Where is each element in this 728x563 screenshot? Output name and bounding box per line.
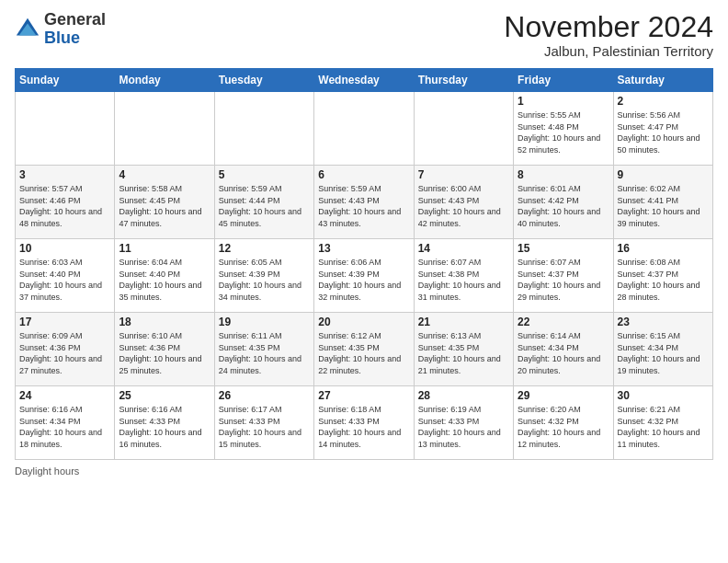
calendar-header: Sunday Monday Tuesday Wednesday Thursday… <box>16 69 713 92</box>
day-info: Sunrise: 6:04 AM Sunset: 4:40 PM Dayligh… <box>119 257 210 303</box>
calendar-week-0: 1Sunrise: 5:55 AM Sunset: 4:48 PM Daylig… <box>16 92 713 166</box>
calendar-cell: 30Sunrise: 6:21 AM Sunset: 4:32 PM Dayli… <box>613 386 712 460</box>
day-number: 23 <box>618 316 709 328</box>
day-info: Sunrise: 6:17 AM Sunset: 4:33 PM Dayligh… <box>219 404 310 450</box>
day-number: 20 <box>318 316 409 328</box>
day-info: Sunrise: 6:05 AM Sunset: 4:39 PM Dayligh… <box>219 257 310 303</box>
day-number: 4 <box>119 168 210 181</box>
header-wednesday: Wednesday <box>314 69 414 92</box>
calendar-cell: 18Sunrise: 6:10 AM Sunset: 4:36 PM Dayli… <box>115 313 214 386</box>
day-info: Sunrise: 5:59 AM Sunset: 4:44 PM Dayligh… <box>219 183 310 229</box>
day-info: Sunrise: 6:07 AM Sunset: 4:37 PM Dayligh… <box>518 257 609 303</box>
day-number: 1 <box>518 95 609 108</box>
calendar-cell: 23Sunrise: 6:15 AM Sunset: 4:34 PM Dayli… <box>613 313 712 386</box>
day-info: Sunrise: 6:03 AM Sunset: 4:40 PM Dayligh… <box>19 257 110 303</box>
day-number: 28 <box>418 389 509 402</box>
day-number: 5 <box>219 168 310 181</box>
title-block: November 2024 Jalbun, Palestinian Territ… <box>504 11 713 59</box>
day-info: Sunrise: 6:18 AM Sunset: 4:33 PM Dayligh… <box>318 404 409 450</box>
calendar-page: General Blue November 2024 Jalbun, Pales… <box>0 0 728 563</box>
logo-blue: Blue <box>44 29 106 48</box>
day-info: Sunrise: 5:59 AM Sunset: 4:43 PM Dayligh… <box>318 183 409 229</box>
day-info: Sunrise: 6:10 AM Sunset: 4:36 PM Dayligh… <box>119 330 210 376</box>
calendar-week-2: 10Sunrise: 6:03 AM Sunset: 4:40 PM Dayli… <box>16 239 713 313</box>
day-number: 14 <box>418 242 509 255</box>
calendar-cell: 25Sunrise: 6:16 AM Sunset: 4:33 PM Dayli… <box>115 386 214 460</box>
day-number: 8 <box>518 168 609 181</box>
calendar-cell: 24Sunrise: 6:16 AM Sunset: 4:34 PM Dayli… <box>16 386 115 460</box>
day-info: Sunrise: 6:16 AM Sunset: 4:33 PM Dayligh… <box>119 404 210 450</box>
header-monday: Monday <box>115 69 214 92</box>
calendar-cell: 8Sunrise: 6:01 AM Sunset: 4:42 PM Daylig… <box>514 166 613 239</box>
calendar-body: 1Sunrise: 5:55 AM Sunset: 4:48 PM Daylig… <box>16 92 713 460</box>
day-info: Sunrise: 6:13 AM Sunset: 4:35 PM Dayligh… <box>418 330 509 376</box>
day-info: Sunrise: 6:11 AM Sunset: 4:35 PM Dayligh… <box>219 330 310 376</box>
calendar-cell: 19Sunrise: 6:11 AM Sunset: 4:35 PM Dayli… <box>214 313 313 386</box>
calendar-cell: 11Sunrise: 6:04 AM Sunset: 4:40 PM Dayli… <box>115 239 214 313</box>
calendar-cell: 16Sunrise: 6:08 AM Sunset: 4:37 PM Dayli… <box>613 239 712 313</box>
day-info: Sunrise: 6:21 AM Sunset: 4:32 PM Dayligh… <box>618 404 709 450</box>
calendar-cell: 27Sunrise: 6:18 AM Sunset: 4:33 PM Dayli… <box>314 386 414 460</box>
calendar-title: November 2024 <box>504 11 713 43</box>
header-saturday: Saturday <box>613 69 712 92</box>
calendar-cell: 7Sunrise: 6:00 AM Sunset: 4:43 PM Daylig… <box>414 166 513 239</box>
day-info: Sunrise: 6:02 AM Sunset: 4:41 PM Dayligh… <box>618 183 709 229</box>
day-number: 29 <box>518 389 609 402</box>
calendar-week-3: 17Sunrise: 6:09 AM Sunset: 4:36 PM Dayli… <box>16 313 713 386</box>
daylight-label: Daylight hours <box>15 465 79 477</box>
calendar-cell: 6Sunrise: 5:59 AM Sunset: 4:43 PM Daylig… <box>314 166 414 239</box>
day-info: Sunrise: 6:14 AM Sunset: 4:34 PM Dayligh… <box>518 330 609 376</box>
calendar-cell: 2Sunrise: 5:56 AM Sunset: 4:47 PM Daylig… <box>613 92 712 166</box>
day-info: Sunrise: 6:01 AM Sunset: 4:42 PM Dayligh… <box>518 183 609 229</box>
day-info: Sunrise: 6:19 AM Sunset: 4:33 PM Dayligh… <box>418 404 509 450</box>
day-number: 18 <box>119 316 210 328</box>
calendar-cell <box>16 92 115 166</box>
day-number: 10 <box>19 242 110 255</box>
calendar-week-1: 3Sunrise: 5:57 AM Sunset: 4:46 PM Daylig… <box>16 166 713 239</box>
calendar-cell: 3Sunrise: 5:57 AM Sunset: 4:46 PM Daylig… <box>16 166 115 239</box>
header-thursday: Thursday <box>414 69 513 92</box>
calendar-cell: 4Sunrise: 5:58 AM Sunset: 4:45 PM Daylig… <box>115 166 214 239</box>
logo-general: General <box>44 11 106 29</box>
day-number: 13 <box>318 242 409 255</box>
footer: Daylight hours <box>15 465 713 477</box>
header-sunday: Sunday <box>16 69 115 92</box>
day-number: 17 <box>19 316 110 328</box>
logo: General Blue <box>15 11 106 48</box>
day-number: 24 <box>19 389 110 402</box>
calendar-location: Jalbun, Palestinian Territory <box>504 43 713 59</box>
day-number: 22 <box>518 316 609 328</box>
header-friday: Friday <box>514 69 613 92</box>
day-number: 7 <box>418 168 509 181</box>
calendar-cell: 10Sunrise: 6:03 AM Sunset: 4:40 PM Dayli… <box>16 239 115 313</box>
day-info: Sunrise: 5:57 AM Sunset: 4:46 PM Dayligh… <box>19 183 110 229</box>
day-number: 19 <box>219 316 310 328</box>
day-number: 25 <box>119 389 210 402</box>
calendar-cell <box>115 92 214 166</box>
calendar-cell: 13Sunrise: 6:06 AM Sunset: 4:39 PM Dayli… <box>314 239 414 313</box>
calendar-cell: 26Sunrise: 6:17 AM Sunset: 4:33 PM Dayli… <box>214 386 313 460</box>
calendar-cell: 9Sunrise: 6:02 AM Sunset: 4:41 PM Daylig… <box>613 166 712 239</box>
logo-icon <box>15 17 40 42</box>
header: General Blue November 2024 Jalbun, Pales… <box>15 11 713 59</box>
day-info: Sunrise: 5:56 AM Sunset: 4:47 PM Dayligh… <box>618 109 709 155</box>
logo-text: General Blue <box>44 11 106 48</box>
calendar-cell <box>314 92 414 166</box>
header-row: Sunday Monday Tuesday Wednesday Thursday… <box>16 69 713 92</box>
day-number: 16 <box>618 242 709 255</box>
header-tuesday: Tuesday <box>214 69 313 92</box>
day-number: 6 <box>318 168 409 181</box>
calendar-cell: 21Sunrise: 6:13 AM Sunset: 4:35 PM Dayli… <box>414 313 513 386</box>
calendar-cell: 14Sunrise: 6:07 AM Sunset: 4:38 PM Dayli… <box>414 239 513 313</box>
calendar-table: Sunday Monday Tuesday Wednesday Thursday… <box>15 68 713 460</box>
day-info: Sunrise: 6:12 AM Sunset: 4:35 PM Dayligh… <box>318 330 409 376</box>
day-info: Sunrise: 5:55 AM Sunset: 4:48 PM Dayligh… <box>518 109 609 155</box>
calendar-cell: 28Sunrise: 6:19 AM Sunset: 4:33 PM Dayli… <box>414 386 513 460</box>
calendar-cell: 17Sunrise: 6:09 AM Sunset: 4:36 PM Dayli… <box>16 313 115 386</box>
day-number: 9 <box>618 168 709 181</box>
day-info: Sunrise: 6:07 AM Sunset: 4:38 PM Dayligh… <box>418 257 509 303</box>
day-info: Sunrise: 6:06 AM Sunset: 4:39 PM Dayligh… <box>318 257 409 303</box>
day-number: 2 <box>618 95 709 108</box>
calendar-cell: 29Sunrise: 6:20 AM Sunset: 4:32 PM Dayli… <box>514 386 613 460</box>
day-info: Sunrise: 6:00 AM Sunset: 4:43 PM Dayligh… <box>418 183 509 229</box>
